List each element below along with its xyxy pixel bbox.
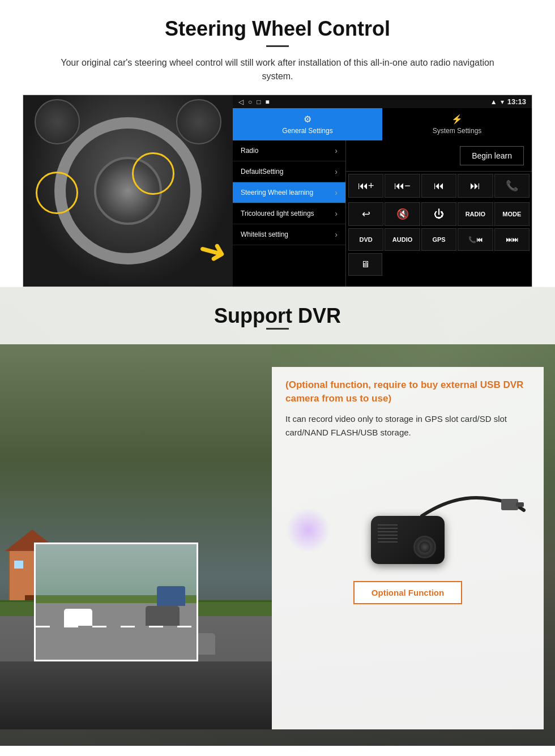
window-1	[14, 561, 23, 569]
back-icon[interactable]: ◁	[238, 98, 244, 106]
prev-track-btn[interactable]: ⏮	[421, 174, 456, 198]
menu-defaultsetting-label: DefaultSetting	[241, 168, 283, 176]
dvr-title-divider	[266, 328, 289, 330]
screen-btn[interactable]: 🖥	[348, 253, 382, 276]
menu-item-tricoloured[interactable]: Tricoloured light settings ›	[233, 203, 345, 224]
menu-item-radio[interactable]: Radio ›	[233, 140, 345, 161]
steering-wheel-bg: ➜	[23, 95, 233, 287]
system-settings-icon: ⚡	[451, 114, 463, 125]
call-btn[interactable]: 📞	[494, 174, 530, 198]
menu-tricoloured-label: Tricoloured light settings	[241, 210, 314, 217]
dvr-content-area: (Optional function, require to buy exter…	[0, 344, 555, 729]
audio-btn[interactable]: AUDIO	[385, 228, 420, 251]
thumb-car-3	[157, 586, 185, 606]
hang-up-btn[interactable]: ↩	[348, 202, 383, 226]
control-grid-row2: ↩ 🔇 ⏻ RADIO MODE	[346, 200, 532, 228]
chevron-icon: ›	[335, 146, 338, 155]
extra-row: 🖥	[346, 253, 532, 276]
chevron-icon: ›	[335, 209, 338, 218]
wifi-icon: ▾	[501, 98, 504, 106]
dvr-camera-image	[285, 451, 530, 564]
thumb-car-1	[64, 609, 92, 626]
general-settings-icon: ⚙	[304, 114, 311, 125]
gauge-left	[35, 99, 80, 144]
dvr-title: Support DVR	[0, 304, 555, 328]
begin-learn-row: Begin learn	[346, 140, 532, 172]
vol-up-btn[interactable]: ⏮+	[348, 174, 383, 198]
gps-btn[interactable]: GPS	[421, 228, 456, 251]
optional-function-button[interactable]: Optional Function	[353, 581, 462, 604]
gauge-right	[176, 99, 221, 144]
usb-plug	[501, 499, 518, 510]
menu-swl-label: Steering Wheel learning	[241, 189, 313, 197]
optional-btn-container: Optional Function	[285, 575, 530, 604]
dvr-info-right: (Optional function, require to buy exter…	[272, 344, 555, 729]
android-main-area: Radio › DefaultSetting › Steering Wheel …	[233, 140, 532, 287]
dvr-title-area: Support DVR	[0, 287, 555, 344]
chevron-icon: ›	[335, 167, 338, 176]
vol-down-btn[interactable]: ⏮−	[385, 174, 420, 198]
dvd-btn[interactable]: DVD	[348, 228, 383, 251]
home-icon[interactable]: ○	[248, 98, 252, 106]
tab-system-settings[interactable]: ⚡ System Settings	[382, 108, 532, 140]
radio-btn[interactable]: RADIO	[458, 202, 493, 226]
pointing-arrow: ➜	[194, 228, 232, 274]
dvr-section: Support DVR	[0, 287, 555, 746]
settings-content: Begin learn ⏮+ ⏮− ⏮ ⏭ 📞 ↩ 🔇 ⏻	[346, 140, 532, 287]
signal-icon: ▲	[490, 98, 497, 106]
section-description: Your original car's steering wheel contr…	[45, 56, 510, 83]
dvr-camera-thumbnail	[34, 543, 198, 661]
android-settings-tabs: ⚙ General Settings ⚡ System Settings	[233, 108, 532, 140]
camera-cable-svg	[388, 482, 530, 550]
dvr-optional-title: (Optional function, require to buy exter…	[285, 378, 530, 405]
general-settings-label: General Settings	[282, 127, 332, 135]
steering-wheel-photo: ➜	[23, 95, 233, 287]
menu-item-steering-wheel-learning[interactable]: Steering Wheel learning ›	[233, 182, 345, 203]
menu-item-defaultsetting[interactable]: DefaultSetting ›	[233, 161, 345, 182]
title-divider	[266, 45, 289, 47]
swc-composite: ➜ ◁ ○ □ ■ ▲ ▾ 13:13	[23, 95, 532, 287]
thumb-car-2	[146, 606, 180, 626]
menu-item-whitelist[interactable]: Whitelist setting ›	[233, 224, 345, 245]
page-title: Steering Wheel Control	[23, 17, 532, 41]
camera-body-group	[371, 516, 445, 564]
usb-connector	[516, 502, 524, 507]
android-topbar: ◁ ○ □ ■ ▲ ▾ 13:13	[233, 95, 532, 108]
mode-btn[interactable]: MODE	[494, 202, 530, 226]
app-icon[interactable]: ■	[266, 98, 270, 106]
recents-icon[interactable]: □	[257, 98, 261, 106]
menu-whitelist-label: Whitelist setting	[241, 230, 288, 238]
settings-menu: Radio › DefaultSetting › Steering Wheel …	[233, 140, 346, 287]
android-ui-panel: ◁ ○ □ ■ ▲ ▾ 13:13 ⚙ General Settings	[233, 95, 532, 287]
power-btn[interactable]: ⏻	[421, 202, 456, 226]
dvr-info-box: (Optional function, require to buy exter…	[272, 367, 544, 729]
tab-general-settings[interactable]: ⚙ General Settings	[233, 108, 382, 140]
next-track-btn[interactable]: ⏭	[458, 174, 493, 198]
call-prev-btn[interactable]: 📞⏮	[458, 228, 493, 251]
dvr-scene-left	[0, 344, 272, 729]
begin-learn-button[interactable]: Begin learn	[460, 146, 524, 165]
highlight-right-buttons	[132, 152, 174, 195]
mute-btn[interactable]: 🔇	[385, 202, 420, 226]
dvr-dashboard	[0, 661, 272, 729]
chevron-icon: ›	[335, 188, 338, 197]
chevron-icon: ›	[335, 230, 338, 239]
menu-radio-label: Radio	[241, 147, 258, 155]
control-grid-row3: DVD AUDIO GPS 📞⏮ ⏭⏭	[346, 228, 532, 253]
system-settings-label: System Settings	[433, 127, 482, 135]
control-grid-row1: ⏮+ ⏮− ⏮ ⏭ 📞	[346, 172, 532, 200]
dvr-info-text: It can record video only to storage in G…	[285, 412, 530, 439]
camera-light-effect	[285, 507, 331, 553]
nav-icons: ◁ ○ □ ■	[238, 98, 270, 106]
next-next-btn[interactable]: ⏭⏭	[494, 228, 530, 251]
clock: 13:13	[507, 97, 526, 106]
highlight-left-buttons	[36, 172, 78, 214]
steering-wheel-section: Steering Wheel Control Your original car…	[0, 0, 555, 287]
status-icons: ▲ ▾ 13:13	[490, 97, 526, 106]
